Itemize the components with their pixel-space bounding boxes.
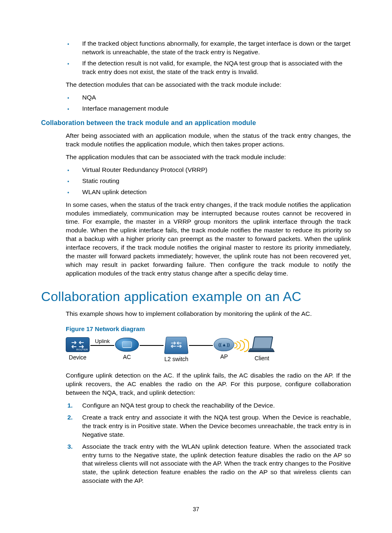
figure-caption: Figure 17 Network diagram (66, 325, 351, 333)
diagram-node-ac: AC (115, 338, 139, 361)
l2-switch-icon (164, 337, 189, 354)
diagram-node-client: Client (249, 336, 274, 362)
paragraph: After being associated with an applicati… (66, 132, 351, 149)
step-item: 2.Create a track entry and associate it … (66, 413, 351, 439)
step-item: 1.Configure an NQA test group to check t… (66, 401, 351, 410)
node-label: L2 switch (164, 355, 188, 363)
paragraph: This example shows how to implement coll… (66, 310, 351, 318)
step-text: Associate the track entry with the WLAN … (82, 443, 351, 484)
paragraph: In some cases, when the status of the tr… (66, 201, 351, 278)
paragraph: The detection modules that can be associ… (66, 81, 351, 89)
step-number: 3. (67, 443, 73, 451)
step-item: 3.Associate the track entry with the WLA… (66, 443, 351, 486)
section-heading: Collaboration application example on an … (41, 288, 351, 306)
app-bullet-list: Virtual Router Redundancy Protocol (VRRP… (66, 166, 351, 197)
list-item: If the detection result is not valid, fo… (66, 59, 351, 76)
list-item: NQA (66, 93, 351, 102)
diagram-link-uplink (90, 345, 114, 346)
step-text: Configure an NQA test group to check the… (82, 402, 275, 409)
list-item: If the tracked object functions abnormal… (66, 39, 351, 57)
list-item: Static routing (66, 177, 351, 185)
wireless-waves-icon (234, 339, 249, 352)
node-label: Device (69, 354, 87, 362)
paragraph: Configure uplink detection on the AC. If… (66, 371, 351, 397)
detection-bullet-list: NQA Interface management module (66, 93, 351, 113)
list-item: WLAN uplink detection (66, 188, 351, 197)
router-tag: ROUTER (76, 348, 88, 351)
diagram-link (140, 345, 164, 346)
ap-icon: ▲ (214, 338, 234, 351)
ac-icon (115, 338, 139, 352)
router-icon: ROUTER (66, 337, 90, 352)
node-label: AC (123, 353, 131, 361)
network-diagram: ROUTER Device AC L2 (66, 336, 351, 363)
step-number: 1. (67, 401, 73, 410)
node-label: Client (254, 355, 269, 362)
node-label: AP (220, 353, 228, 361)
step-text: Create a track entry and associate it wi… (82, 414, 351, 438)
diagram-node-ap: ▲ AP (214, 338, 234, 361)
diagram-node-l2: L2 switch (164, 336, 188, 363)
step-number: 2. (67, 413, 73, 422)
subsection-heading: Collaboration between the track module a… (41, 118, 351, 127)
top-bullet-list: If the tracked object functions abnormal… (66, 39, 351, 76)
steps-list: 1.Configure an NQA test group to check t… (66, 401, 351, 485)
list-item: Interface management module (66, 104, 351, 113)
diagram-node-device: ROUTER Device (66, 337, 90, 362)
paragraph: The application modules that can be asso… (66, 153, 351, 162)
list-item: Virtual Router Redundancy Protocol (VRRP… (66, 166, 351, 174)
laptop-icon (249, 336, 274, 353)
diagram-link (189, 345, 213, 346)
page-number: 37 (0, 505, 392, 513)
